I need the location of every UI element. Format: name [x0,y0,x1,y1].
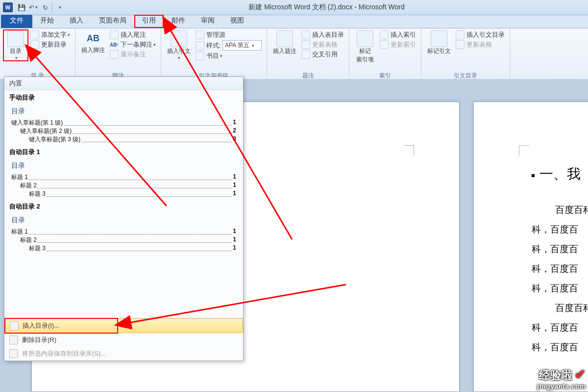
tab-file[interactable]: 文件 [1,15,32,28]
save-icon[interactable]: 💾 [16,2,27,13]
tab-mailings[interactable]: 邮件 [164,15,193,28]
tab-view[interactable]: 视图 [222,15,252,28]
page-2-line: 百度百科 [555,298,588,318]
caption-icon [276,30,293,47]
remove-toc-menu-item[interactable]: 删除目录(R) [4,333,243,347]
update-tof-button: 更新表格 [301,40,344,49]
page-2-line: 科，百度百 [532,318,588,338]
toc-gallery: 手动目录 目录 键入章标题(第 1 级)1 键入章标题(第 2 级)2 键入章标… [4,90,243,318]
page-2-content: 一、我 百度百科 科，百度百 科，百度百 科，百度百 科，百度百 百度百科 科，… [532,165,588,357]
toc-button[interactable]: 目录 ▾ [3,29,28,61]
toc-label: 目录 [10,47,22,55]
toc-panel-header: 内置 [4,77,243,90]
manage-sources-button[interactable]: 管理源 [196,30,262,39]
cross-ref-icon [301,50,310,59]
crop-mark-icon [519,145,529,156]
page-2-line: 科，百度百 [532,220,588,239]
page-2-line: 科，百度百 [532,338,588,357]
gallery-item-auto2[interactable]: 目录 标题 11 标题 21 标题 31 [9,212,238,254]
crop-mark-icon [404,145,414,156]
insert-toa-button[interactable]: 插入引文目录 [456,30,505,39]
tab-references[interactable]: 引用 [134,15,164,28]
titlebar: W 💾 ↶▾ ↻ ▾ 新建 Microsoft Word 文档 (2).docx… [0,0,588,15]
remove-toc-icon [9,336,18,344]
footnote-ab-icon: AB [85,30,101,46]
toc-panel-actions: 插入目录(I)... 删除目录(R) 将所选内容保存到目录库(S)... [4,318,243,361]
tab-layout[interactable]: 页面布局 [91,15,134,28]
tab-home[interactable]: 开始 [32,15,62,28]
mark-index-icon [357,30,373,47]
toc-preview-line: 标题 31 [29,244,236,253]
page-2[interactable]: 一、我 百度百科 科，百度百 科，百度百 科，百度百 科，百度百 百度百科 科，… [473,102,588,392]
tab-insert[interactable]: 插入 [62,15,91,28]
save-gallery-icon [9,349,18,358]
insert-toa-icon [456,30,465,39]
insert-caption-button[interactable]: 插入题注 [270,29,299,56]
undo-icon[interactable]: ↶▾ [28,2,39,13]
mark-index-button[interactable]: 标记 索引项 [352,29,378,65]
cross-ref-button[interactable]: 交叉引用 [301,50,344,59]
toc-dropdown-panel: 内置 手动目录 目录 键入章标题(第 1 级)1 键入章标题(第 2 级)2 键… [4,77,244,361]
page-2-line: 科，百度百 [532,279,588,298]
update-icon [30,40,39,49]
redo-icon[interactable]: ↻ [40,2,50,13]
add-text-icon [30,30,39,39]
toc-preview-line: 标题 11 [11,173,236,182]
insert-toc-icon [10,321,19,330]
toc-preview-title: 目录 [11,107,236,116]
gallery-item-auto1[interactable]: 目录 标题 11 标题 21 标题 31 [9,157,238,199]
toc-preview-title: 目录 [11,161,236,170]
group-captions: 插入题注 插入表目录 更新表格 交叉引用 题注 [267,28,349,81]
page-2-heading: 一、我 [532,165,588,183]
toc-preview-line: 标题 21 [20,182,236,190]
page-2-line: 科，百度百 [532,239,588,259]
update-toc-button[interactable]: 更新目录 [30,40,70,49]
ribbon: 目录 ▾ 添加文字 ▾ 更新目录 目 录 AB 插入脚注 插入尾注 AB¹下一条… [0,28,588,80]
word-app-icon: W [3,2,13,12]
show-notes-icon [110,50,119,59]
next-footnote-button[interactable]: AB¹下一条脚注 ▾ [110,40,156,49]
toc-preview-line: 标题 21 [20,236,236,244]
tab-review[interactable]: 审阅 [193,15,222,28]
toc-preview-line: 键入章标题(第 2 级)2 [20,127,236,135]
insert-footnote-button[interactable]: AB 插入脚注 [78,29,108,55]
toc-preview-title: 目录 [11,216,236,225]
chevron-down-icon: ▾ [15,55,18,60]
gallery-caption-auto1: 自动目录 1 [9,148,238,157]
ribbon-tabs: 文件 开始 插入 页面布局 引用 邮件 审阅 视图 [0,15,588,28]
toc-icon [7,30,24,47]
page-2-line: 百度百科 [555,200,588,220]
gallery-caption-auto2: 自动目录 2 [9,202,238,211]
toc-preview-line: 标题 11 [11,228,236,236]
bibliography-button[interactable]: 书目 ▾ [196,52,262,60]
update-toa-icon [456,40,465,49]
style-value[interactable]: APA 第五 ▾ [222,40,262,51]
citation-icon [171,30,187,47]
insert-citation-button[interactable]: 插入引文 ▾ [164,29,194,61]
mark-citation-button[interactable]: 标记引文 [424,29,454,56]
save-to-gallery-menu-item: 将所选内容保存到目录库(S)... [4,347,243,361]
qat-customize-icon[interactable]: ▾ [54,2,65,13]
group-toc: 目录 ▾ 添加文字 ▾ 更新目录 目 录 [0,28,75,81]
style-icon [196,41,204,50]
next-footnote-icon: AB¹ [110,42,119,48]
style-selector[interactable]: 样式: APA 第五 ▾ [196,40,262,51]
toc-preview-line: 键入章标题(第 3 级)3 [29,135,236,144]
page-2-line: 科，百度百 [532,259,588,279]
show-notes-button: 显示备注 [110,50,156,59]
add-text-button[interactable]: 添加文字 ▾ [30,30,70,39]
insert-toc-menu-item[interactable]: 插入目录(I)... [4,318,243,333]
toc-preview-line: 标题 31 [29,190,236,198]
update-index-button: 更新索引 [380,40,416,49]
insert-index-button[interactable]: 插入索引 [380,30,416,39]
toc-preview-line: 键入章标题(第 1 级)1 [11,119,236,127]
tof-icon [301,30,310,39]
gallery-item-manual[interactable]: 目录 键入章标题(第 1 级)1 键入章标题(第 2 级)2 键入章标题(第 3… [9,103,238,145]
biblio-icon [196,52,204,60]
update-index-icon [380,40,389,49]
manage-sources-icon [196,30,204,39]
insert-tof-button[interactable]: 插入表目录 [301,30,344,39]
insert-endnote-button[interactable]: 插入尾注 [110,30,156,39]
mark-citation-icon [431,30,447,47]
update-toa-button: 更新表格 [456,40,505,49]
